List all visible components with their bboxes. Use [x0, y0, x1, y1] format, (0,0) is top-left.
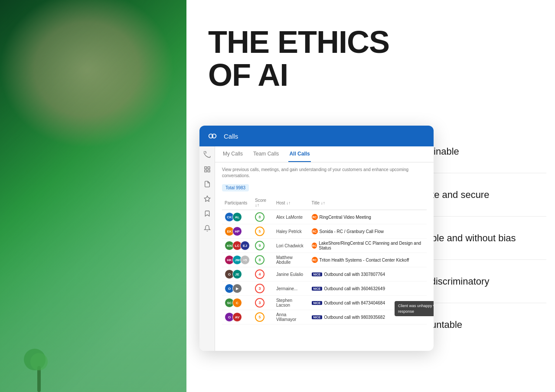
host-cell: Anna Villamayor — [274, 310, 309, 324]
tooltip-popup: Client was unhappy with agentsresponse — [395, 301, 434, 316]
title-cell: RCTriton Health Systems - Contact Center… — [309, 253, 427, 267]
participants-cell: KNLCEJ — [222, 239, 252, 253]
host-cell: Janine Eulalio — [274, 267, 309, 282]
participants-cell: CKAL — [222, 210, 252, 224]
tab-team-calls[interactable]: Team Calls — [252, 146, 280, 162]
col-participants: Participants — [222, 196, 252, 210]
participants-cell: OAV — [222, 310, 252, 324]
rc-source-icon: RC — [312, 214, 318, 220]
score-cell: 3 — [252, 296, 274, 310]
title-cell: RCLakeShore/RingCentral CC Planning and … — [309, 239, 427, 253]
host-cell: Jermaine... — [274, 282, 309, 296]
participants-cell: OJE — [222, 267, 252, 282]
green-wash — [0, 0, 186, 392]
svg-rect-3 — [208, 167, 210, 169]
title-cell: RCRingCentral Video Meeting — [309, 210, 427, 224]
participants-cell: O▶ — [222, 282, 252, 296]
svg-rect-2 — [205, 167, 207, 169]
app-description: View previous calls, meetings, and gain … — [222, 167, 427, 179]
page-title: THE ETHICS OF AI — [208, 26, 533, 91]
score-cell: 5 — [252, 310, 274, 324]
tab-bar: My Calls Team Calls All Calls — [215, 146, 434, 162]
app-content: My Calls Team Calls All Calls View previ… — [215, 146, 434, 351]
table-row[interactable]: KNLCEJ9Lori ChadwickRCLakeShore/RingCent… — [222, 239, 427, 253]
nice-source-badge: NICE — [312, 301, 323, 305]
rc-source-icon: RC — [312, 257, 318, 263]
col-score: Score ↓↑ — [252, 196, 274, 210]
total-badge: Total 9983 — [222, 184, 249, 191]
table-row[interactable]: OJE4Janine EulalioNICEOutbound call with… — [222, 267, 427, 282]
nav-sidebar — [199, 146, 215, 351]
participants-cell: HKJM+5 — [222, 253, 252, 267]
host-cell: Alex LaMonte — [274, 210, 309, 224]
host-cell: Lori Chadwick — [274, 239, 309, 253]
table-row[interactable]: CKAL8Alex LaMonteRCRingCentral Video Mee… — [222, 210, 427, 224]
score-cell: 5 — [252, 224, 274, 239]
score-cell: 3 — [252, 282, 274, 296]
app-main: My Calls Team Calls All Calls View previ… — [199, 146, 434, 351]
app-logo — [206, 130, 219, 142]
nice-source-badge: NICE — [312, 272, 323, 276]
app-header-title: Calls — [224, 133, 238, 140]
tag-nav-icon[interactable] — [202, 194, 212, 204]
score-cell: 8 — [252, 210, 274, 224]
participants-cell: SCC — [222, 296, 252, 310]
svg-rect-4 — [205, 170, 207, 172]
score-cell: 9 — [252, 239, 274, 253]
plant-decoration — [22, 340, 56, 392]
svg-marker-6 — [204, 196, 210, 201]
title-cell: NICEOutbound call with 3604632649 — [309, 282, 427, 296]
bookmark-nav-icon[interactable] — [202, 209, 212, 218]
app-header: Calls — [199, 126, 434, 146]
app-screenshot-card: Calls — [199, 126, 434, 351]
phone-nav-icon[interactable] — [202, 150, 212, 159]
title-cell: NICEOutbound call with 3307807764 — [309, 267, 427, 282]
tab-my-calls[interactable]: My Calls — [222, 146, 244, 162]
title-area: THE ETHICS OF AI — [186, 0, 555, 104]
nice-source-badge: NICE — [312, 287, 323, 291]
bell-nav-icon[interactable] — [202, 224, 212, 233]
host-cell: Matthew Abdulle — [274, 253, 309, 267]
title-cell: RCSonida - RC / Granbury Call Flow — [309, 224, 427, 239]
rc-source-icon: RC — [312, 228, 318, 234]
col-host: Host ↓↑ — [274, 196, 309, 210]
col-title: Title ↓↑ — [309, 196, 427, 210]
host-cell: Haley Petrick — [274, 224, 309, 239]
score-cell: 4 — [252, 267, 274, 282]
svg-rect-5 — [208, 170, 210, 172]
participants-cell: EKHP — [222, 224, 252, 239]
photo-section — [0, 0, 186, 392]
table-row[interactable]: EKHP5Haley PetrickRCSonida - RC / Granbu… — [222, 224, 427, 239]
doc-nav-icon[interactable] — [202, 179, 212, 189]
host-cell: Stephen Lacson — [274, 296, 309, 310]
nice-source-badge: NICE — [312, 315, 323, 319]
rc-source-icon: RC — [312, 243, 317, 249]
grid-nav-icon[interactable] — [202, 165, 212, 174]
score-cell: 8 — [252, 253, 274, 267]
table-row[interactable]: O▶3Jermaine...NICEOutbound call with 360… — [222, 282, 427, 296]
content-section: THE ETHICS OF AI Calls — [186, 0, 555, 392]
table-row[interactable]: HKJM+58Matthew AbdulleRCTriton Health Sy… — [222, 253, 427, 267]
tab-all-calls[interactable]: All Calls — [288, 146, 310, 162]
